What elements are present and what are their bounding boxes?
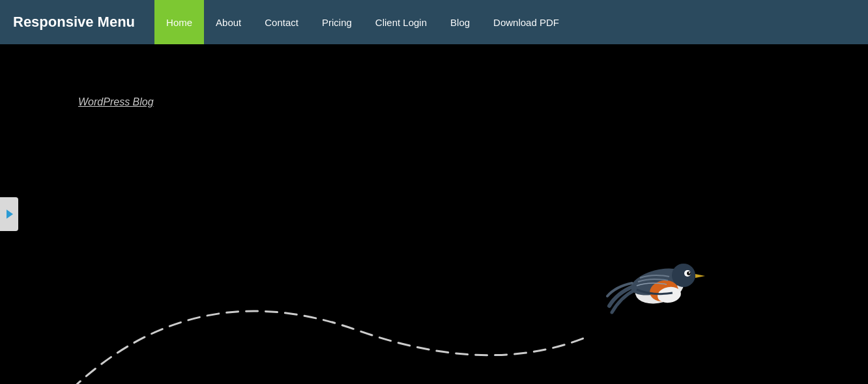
play-button[interactable] — [0, 197, 18, 231]
nav-links: Home About Contact Pricing Client Login … — [154, 0, 571, 44]
nav-item-home[interactable]: Home — [154, 0, 204, 44]
nav-link-about[interactable]: About — [204, 0, 253, 44]
wordpress-blog-link[interactable]: WordPress Blog — [78, 96, 154, 108]
nav-item-pricing[interactable]: Pricing — [310, 0, 364, 44]
svg-point-7 — [689, 272, 690, 273]
nav-link-contact[interactable]: Contact — [253, 0, 310, 44]
svg-point-6 — [687, 271, 691, 275]
main-content: WordPress Blog — [0, 44, 868, 384]
nav-item-blog[interactable]: Blog — [439, 0, 482, 44]
navbar: Responsive Menu Home About Contact Prici… — [0, 0, 868, 44]
nav-item-client-login[interactable]: Client Login — [364, 0, 439, 44]
dashed-path-svg — [0, 44, 868, 384]
nav-item-contact[interactable]: Contact — [253, 0, 310, 44]
nav-item-about[interactable]: About — [204, 0, 253, 44]
nav-item-download-pdf[interactable]: Download PDF — [482, 0, 571, 44]
nav-link-blog[interactable]: Blog — [439, 0, 482, 44]
svg-marker-8 — [695, 274, 705, 278]
nav-link-client-login[interactable]: Client Login — [364, 0, 439, 44]
svg-point-4 — [672, 264, 695, 287]
nav-link-home[interactable]: Home — [154, 0, 204, 44]
nav-link-pricing[interactable]: Pricing — [310, 0, 364, 44]
brand-title: Responsive Menu — [13, 14, 135, 31]
nav-link-download-pdf[interactable]: Download PDF — [482, 0, 571, 44]
bird-illustration — [604, 244, 712, 322]
bird-svg — [604, 244, 712, 322]
